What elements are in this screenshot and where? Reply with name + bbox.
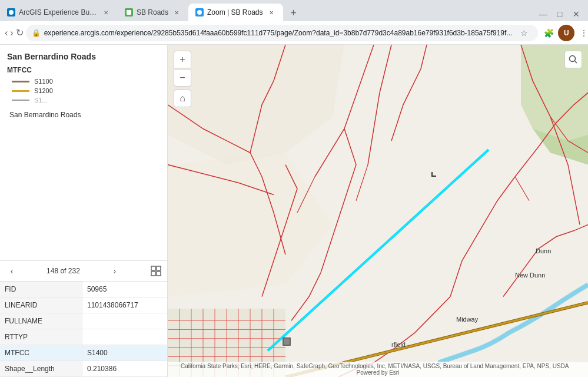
pagination-info: 148 of 232 [46,267,80,275]
legend-sublayer: San Bernardino Roads [7,108,160,119]
map-controls: + − ⌂ [174,51,191,107]
svg-rect-1 [127,10,131,15]
attr-key-fullname: FULLNAME [0,313,82,329]
navigation-bar: ‹ › ↻ 🔒 experience.arcgis.com/experience… [0,21,588,45]
zoom-out-button[interactable]: − [174,69,191,87]
svg-text:rfield: rfield [391,341,406,348]
table-row: FID 50965 [0,282,167,297]
table-row: RTTYP [0,329,167,345]
address-text: experience.arcgis.com/experience/29285b5… [44,29,513,37]
table-row: LINEARID 1101438066717 [0,297,167,313]
view-toggle [150,264,162,277]
back-button[interactable]: ‹ [5,24,8,42]
attr-val-linearid: 1101438066717 [82,297,167,313]
tab-close-arcgis[interactable]: ✕ [101,8,111,17]
close-window-button[interactable]: ✕ [569,7,583,21]
tab-bar-actions: — □ ✕ [531,7,588,21]
address-bar-actions: ☆ [516,25,532,41]
tab-close-sb[interactable]: ✕ [172,8,181,17]
svg-line-50 [575,61,577,64]
user-avatar: U [558,25,574,41]
tab-arcgis[interactable]: ArcGIS Experience Builder ✕ [0,4,118,21]
svg-rect-4 [157,266,161,270]
svg-point-2 [197,10,202,15]
legend-line-s1200 [12,90,29,92]
attributes-table: FID 50965 LINEARID 1101438066717 FULLNAM… [0,282,167,377]
svg-rect-6 [157,272,161,276]
grid-view-button[interactable] [150,264,162,277]
pagination-area: ‹ 148 of 232 › [0,260,167,282]
svg-rect-5 [151,272,155,276]
legend-line-s1100-partial [12,100,29,101]
reload-button[interactable]: ↻ [16,24,24,42]
next-page-button[interactable]: › [108,264,122,278]
tab-label-sb: SB Roads [137,8,168,16]
map-attribution: California State Parks; Esri, HERE, Garm… [168,362,588,377]
extensions-button[interactable]: 🧩 [540,25,557,41]
zoom-in-button[interactable]: + [174,51,191,68]
address-bar[interactable]: 🔒 experience.arcgis.com/experience/29285… [26,25,539,41]
legend-item-s1100-partial: S1... [7,97,160,104]
svg-point-0 [9,10,14,15]
left-panel: San Bernardino Roads MTFCC S1100 S1200 S… [0,45,168,377]
tab-label-zoom: Zoom | SB Roads [207,8,263,16]
lock-icon: 🔒 [32,29,41,37]
legend-line-s1100 [12,81,29,82]
tab-bar: ArcGIS Experience Builder ✕ SB Roads ✕ Z… [0,0,588,21]
attr-key-mtfcc: MTFCC [0,345,82,361]
legend-label-s1200: S1200 [34,87,53,94]
svg-text:Dunn: Dunn [536,247,551,254]
legend-title: San Bernardino Roads [7,52,160,61]
profile-button[interactable]: U [558,25,574,41]
legend-item-s1200: S1200 [7,87,160,94]
nav-right-actions: 🧩 U ⋮ [540,25,588,41]
attribution-text: California State Parks; Esri, HERE, Garm… [181,363,569,369]
attr-key-rttyp: RTTYP [0,329,82,345]
attr-val-fullname [82,313,167,329]
attr-key-linearid: LINEARID [0,297,82,313]
attr-key-fid: FID [0,282,82,297]
attr-val-shape-length: 0.210386 [82,361,167,376]
legend-group-title: MTFCC [7,66,160,74]
tab-favicon-zoom [195,8,204,16]
attr-val-rttyp [82,329,167,345]
svg-text:New Dunn: New Dunn [515,272,545,279]
table-row-highlighted: MTFCC S1400 [0,345,167,361]
legend-label-s1100: S1100 [34,78,53,85]
tab-close-zoom[interactable]: ✕ [267,8,276,17]
bookmark-button[interactable]: ☆ [516,25,532,41]
svg-text:Midway: Midway [456,316,479,323]
tab-zoom[interactable]: Zoom | SB Roads ✕ [188,4,283,21]
attr-val-mtfcc: S1400 [82,345,167,361]
map-search-button[interactable] [564,51,582,68]
menu-button[interactable]: ⋮ [576,25,588,41]
tab-favicon-arcgis [7,8,15,16]
forward-button[interactable]: › [10,24,13,42]
search-icon [569,55,578,64]
previous-page-button[interactable]: ‹ [5,264,19,278]
table-row: Shape__Length 0.210386 [0,361,167,377]
new-tab-button[interactable]: + [285,5,302,21]
attr-val-fid: 50965 [82,282,167,297]
maximize-button[interactable]: □ [553,7,567,21]
tab-sb-roads[interactable]: SB Roads ✕ [118,4,188,21]
powered-by-text: Powered by Esri [357,369,400,376]
app-content: San Bernardino Roads MTFCC S1100 S1200 S… [0,45,588,377]
map-area[interactable]: Dunn New Dunn Midway rfield Marix + − ⌂ [168,45,588,377]
attr-key-shape-length: Shape__Length [0,361,82,376]
legend-label-s1100-2: S1... [34,97,48,104]
svg-rect-3 [151,266,155,270]
tab-label-arcgis: ArcGIS Experience Builder [19,8,98,16]
cursor-indicator [431,172,436,177]
legend-area: San Bernardino Roads MTFCC S1100 S1200 S… [0,45,167,260]
minimize-button[interactable]: — [536,7,550,21]
svg-point-49 [570,56,576,62]
tab-favicon-sb [125,8,133,16]
legend-group-mtfcc: MTFCC S1100 S1200 S1... [7,66,160,104]
table-row: FULLNAME [0,313,167,329]
svg-rect-48 [284,339,290,345]
home-extent-button[interactable]: ⌂ [174,90,191,107]
map-canvas: Dunn New Dunn Midway rfield Marix [168,45,588,377]
browser-frame: ArcGIS Experience Builder ✕ SB Roads ✕ Z… [0,0,588,377]
legend-item-s1100: S1100 [7,78,160,85]
